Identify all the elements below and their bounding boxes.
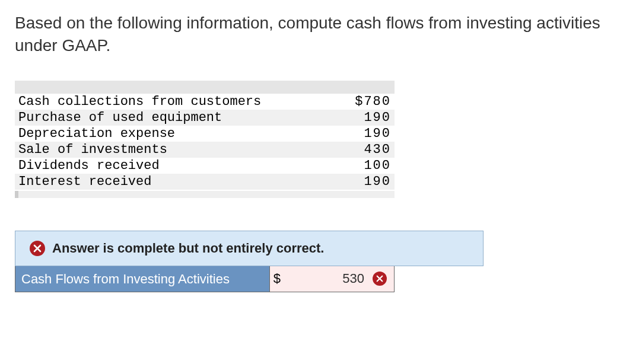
answer-value: 530	[287, 271, 367, 286]
data-table: Cash collections from customers$780Purch…	[15, 94, 395, 190]
table-row: Cash collections from customers$780	[15, 94, 395, 110]
answer-block: Answer is complete but not entirely corr…	[15, 231, 484, 293]
row-value: 430	[339, 142, 395, 158]
incorrect-icon	[373, 272, 387, 286]
row-value: 190	[339, 126, 395, 142]
error-icon	[30, 241, 45, 256]
feedback-text: Answer is complete but not entirely corr…	[52, 241, 324, 256]
answer-label: Cash Flows from Investing Activities	[15, 266, 270, 292]
feedback-banner: Answer is complete but not entirely corr…	[15, 231, 484, 266]
table-row: Sale of investments430	[15, 142, 395, 158]
row-value: 190	[339, 174, 395, 190]
row-value: 190	[339, 110, 395, 126]
table-footer-shade	[15, 191, 395, 198]
row-label: Depreciation expense	[15, 126, 339, 142]
row-label: Cash collections from customers	[15, 94, 339, 110]
question-text: Based on the following information, comp…	[15, 12, 602, 57]
currency-symbol: $	[273, 271, 281, 286]
row-value: $780	[339, 94, 395, 110]
row-label: Dividends received	[15, 158, 339, 174]
answer-row: Cash Flows from Investing Activities $ 5…	[15, 266, 395, 293]
table-row: Purchase of used equipment190	[15, 110, 395, 126]
table-row: Dividends received100	[15, 158, 395, 174]
row-label: Interest received	[15, 174, 339, 190]
table-header-shade	[15, 81, 395, 94]
table-row: Depreciation expense190	[15, 126, 395, 142]
table-row: Interest received190	[15, 174, 395, 190]
row-value: 100	[339, 158, 395, 174]
row-label: Sale of investments	[15, 142, 339, 158]
answer-value-cell[interactable]: $ 530	[270, 266, 394, 292]
row-label: Purchase of used equipment	[15, 110, 339, 126]
